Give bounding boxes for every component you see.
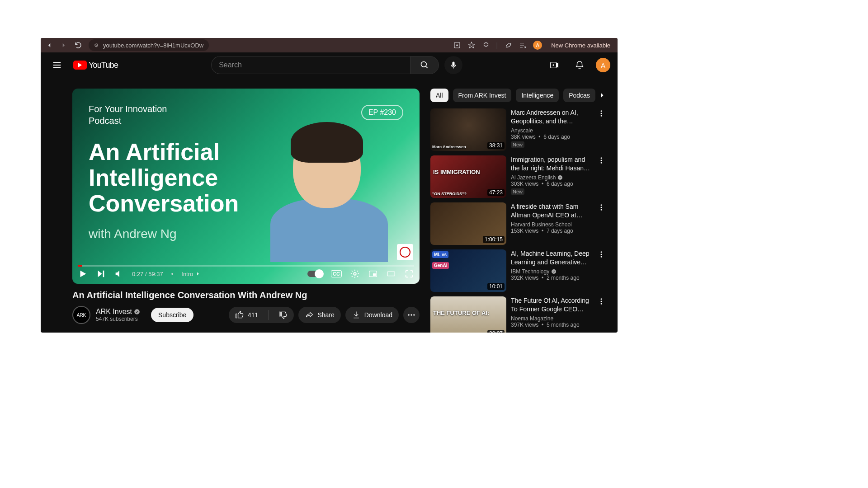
svg-point-27 xyxy=(601,301,602,302)
filter-chip[interactable]: From ARK Invest xyxy=(453,89,512,102)
duration-badge: 38:31 xyxy=(487,142,505,149)
duration-badge: 10:01 xyxy=(487,283,505,290)
svg-point-13 xyxy=(601,113,602,114)
verified-icon xyxy=(134,309,140,315)
filter-chip-row: AllFrom ARK InvestIntelligencePodcas xyxy=(430,89,607,102)
new-badge: New xyxy=(511,188,524,195)
install-app-icon[interactable] xyxy=(453,41,461,49)
search-button[interactable] xyxy=(410,56,439,74)
related-meta: AI, Machine Learning, Deep Learning and … xyxy=(511,249,591,292)
extensions-icon[interactable] xyxy=(482,41,490,49)
chapter-button[interactable]: Intro xyxy=(181,271,201,277)
new-badge: New xyxy=(511,141,524,148)
svg-point-1 xyxy=(421,62,427,67)
video-player[interactable]: For Your Innovation Podcast An Artificia… xyxy=(72,89,420,284)
miniplayer-button[interactable] xyxy=(368,269,378,279)
svg-point-18 xyxy=(601,162,602,164)
svg-point-9 xyxy=(408,314,410,315)
url-text: youtube.com/watch?v=8lH1mUcxODw xyxy=(103,42,203,49)
related-video-item[interactable]: THE FUTURE OF AI:20:07The Future Of AI, … xyxy=(430,296,607,333)
duration-badge: 1:00:15 xyxy=(483,236,505,243)
search-input[interactable] xyxy=(219,61,403,69)
youtube-play-icon xyxy=(73,61,87,70)
like-button[interactable]: 411 xyxy=(229,307,264,323)
bookmark-icon[interactable] xyxy=(467,41,476,49)
back-button[interactable] xyxy=(45,41,53,49)
captions-button[interactable]: CC xyxy=(331,270,342,277)
youtube-logo-text: YouTube xyxy=(89,61,118,70)
share-button[interactable]: Share xyxy=(298,307,340,323)
dislike-button[interactable] xyxy=(272,307,294,323)
user-avatar[interactable]: A xyxy=(596,58,610,72)
channel-avatar[interactable]: ARK xyxy=(72,306,90,324)
related-menu-button[interactable] xyxy=(596,296,607,333)
leaf-icon[interactable] xyxy=(504,41,512,49)
related-channel: Al Jazeera English xyxy=(511,174,591,181)
new-chrome-label[interactable]: New Chrome available xyxy=(548,42,613,49)
youtube-logo[interactable]: YouTube xyxy=(73,61,118,70)
chip-scroll-next[interactable] xyxy=(595,88,609,103)
channel-watermark[interactable] xyxy=(397,244,413,260)
settings-button[interactable] xyxy=(350,269,360,279)
search-input-wrap xyxy=(211,56,410,74)
related-stats: 397K views • 5 months ago xyxy=(511,322,591,328)
related-title: Marc Andreessen on AI, Geopolitics, and … xyxy=(511,108,591,126)
chrome-profile-avatar[interactable]: A xyxy=(533,41,542,50)
related-title: A fireside chat with Sam Altman OpenAI C… xyxy=(511,202,591,220)
more-actions-button[interactable] xyxy=(403,307,420,323)
fullscreen-button[interactable] xyxy=(404,269,414,279)
filter-chip[interactable]: All xyxy=(430,89,448,102)
related-video-item[interactable]: ML vsGenAI10:01AI, Machine Learning, Dee… xyxy=(430,249,607,292)
media-control-icon[interactable] xyxy=(519,41,527,49)
related-menu-button[interactable] xyxy=(596,108,607,151)
related-video-item[interactable]: IS IMMIGRATION"ON STEROIDS"?47:23Immigra… xyxy=(430,155,607,198)
thumbnail-person xyxy=(266,117,392,262)
download-button[interactable]: Download xyxy=(345,307,399,323)
autoplay-toggle[interactable] xyxy=(307,271,323,277)
related-meta: A fireside chat with Sam Altman OpenAI C… xyxy=(511,202,591,245)
filter-chip[interactable]: Intelligence xyxy=(516,89,559,102)
related-stats: 38K views • 6 days ago xyxy=(511,134,591,140)
filter-chip[interactable]: Podcas xyxy=(563,89,595,102)
reload-button[interactable] xyxy=(74,41,82,49)
like-dislike-pill: 411 xyxy=(229,307,294,323)
svg-point-16 xyxy=(601,157,602,159)
next-button[interactable] xyxy=(96,269,106,279)
svg-point-23 xyxy=(601,251,602,253)
site-info-icon: ⚙ xyxy=(94,42,99,48)
related-stats: 303K views • 6 days ago xyxy=(511,181,591,187)
related-menu-button[interactable] xyxy=(596,155,607,198)
notifications-button[interactable] xyxy=(571,56,589,74)
theater-button[interactable] xyxy=(386,269,396,279)
related-video-item[interactable]: Marc Andreessen38:31Marc Andreessen on A… xyxy=(430,108,607,151)
forward-button[interactable] xyxy=(60,41,68,49)
svg-point-10 xyxy=(410,314,412,315)
voice-search-button[interactable] xyxy=(444,56,462,74)
svg-point-20 xyxy=(601,207,602,208)
address-bar[interactable]: ⚙ youtube.com/watch?v=8lH1mUcxODw xyxy=(89,39,209,51)
related-menu-button[interactable] xyxy=(596,249,607,292)
related-title: AI, Machine Learning, Deep Learning and … xyxy=(511,249,591,267)
svg-point-8 xyxy=(134,309,140,314)
create-button[interactable] xyxy=(545,56,563,74)
related-videos-list: Marc Andreessen38:31Marc Andreessen on A… xyxy=(430,108,607,333)
subscribe-button[interactable]: Subscribe xyxy=(151,308,193,322)
related-stats: 392K views • 2 months ago xyxy=(511,275,591,281)
volume-button[interactable] xyxy=(114,269,124,279)
browser-toolbar: ⚙ youtube.com/watch?v=8lH1mUcxODw | A Ne… xyxy=(41,38,618,52)
related-channel: Noema Magazine xyxy=(511,315,591,322)
svg-rect-6 xyxy=(373,273,376,276)
svg-point-25 xyxy=(601,256,602,258)
related-menu-button[interactable] xyxy=(596,202,607,245)
related-thumbnail: Marc Andreessen38:31 xyxy=(430,108,506,151)
related-title: The Future Of AI, According To Former Go… xyxy=(511,296,591,314)
youtube-header: YouTube A xyxy=(41,52,618,78)
channel-name[interactable]: ARK Invest xyxy=(96,308,140,316)
svg-point-26 xyxy=(601,298,602,300)
hamburger-menu[interactable] xyxy=(48,56,66,74)
related-channel: IBM Technology xyxy=(511,268,591,275)
play-button[interactable] xyxy=(78,269,88,279)
svg-point-28 xyxy=(601,303,602,305)
svg-point-11 xyxy=(413,314,415,315)
related-video-item[interactable]: 1:00:15A fireside chat with Sam Altman O… xyxy=(430,202,607,245)
